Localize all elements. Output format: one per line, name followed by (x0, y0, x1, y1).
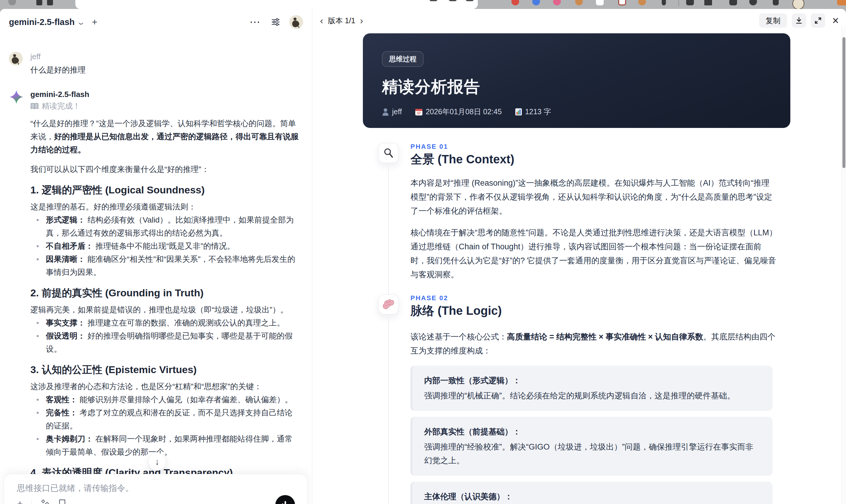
extension-icon[interactable] (638, 0, 646, 5)
profile-icon[interactable] (749, 0, 757, 5)
assistant-message: gemini-2.5-flash 精读完成！ “什么是好的推理？”这是一个涉及逻… (9, 90, 300, 504)
book-icon (30, 103, 39, 110)
report-title: 精读分析报告 (382, 77, 771, 96)
magnifier-icon (378, 143, 399, 163)
report-hero-card: 思维过程 精读分析报告 jeff 17 (363, 33, 790, 128)
scrollbar-track[interactable] (841, 27, 846, 504)
brain-icon (378, 294, 399, 314)
list-item: 客观性： 能够识别并尽量排除个人偏见（如幸存者偏差、确认偏差）。 (46, 393, 300, 406)
extension-icon[interactable] (596, 0, 604, 5)
avatar-icon[interactable] (792, 0, 804, 9)
bar-chart-icon (515, 108, 522, 116)
intro-paragraph: “什么是好的推理？”这是一个涉及逻辑学、认知科学和哲学核心的问题。简单来说，好的… (30, 117, 300, 156)
version-navigator: ‹ 版本 1/1 › (320, 16, 363, 25)
svg-text:17: 17 (417, 111, 421, 115)
gemini-star-icon (9, 90, 24, 104)
scroll-to-bottom-button[interactable]: ↓ (148, 453, 166, 471)
version-prev-button[interactable]: ‹ (320, 16, 323, 25)
list-item: 假设透明： 好的推理会明确指明哪些是已知事实，哪些是基于可能的假设。 (46, 329, 300, 356)
report-content: 思维过程 精读分析报告 jeff 17 (312, 33, 839, 504)
composer-placeholder: 思维接口已就绪，请传输指令。 (17, 483, 134, 494)
more-options-button[interactable]: ⋯ (249, 16, 261, 28)
model-selector[interactable]: gemini-2.5-flash (9, 17, 75, 27)
bookmark-star-icon[interactable] (466, 0, 474, 1)
report-panel: ‹ 版本 1/1 › 复制 × (312, 9, 846, 504)
phase-title: 全景 (The Context) (410, 151, 777, 167)
mic-icon[interactable] (449, 0, 457, 1)
section-heading: 1. 逻辑的严密性 (Logical Soundness) (30, 183, 300, 197)
close-panel-button[interactable]: × (832, 14, 839, 27)
phase-2: PHASE 02 脉络 (The Logic) 该论述基于一个核心公式：高质量结… (378, 294, 777, 504)
calendar-icon: 17 (415, 108, 423, 116)
phase-paragraph: 本内容是对“推理 (Reasoning)”这一抽象概念的高层建模。在知识爆炸与人… (410, 176, 777, 218)
assistant-answer: “什么是好的推理？”这是一个涉及逻辑学、认知科学和哲学核心的问题。简单来说，好的… (30, 117, 300, 504)
phase-kicker: PHASE 02 (410, 294, 777, 302)
chat-panel: gemini-2.5-flash ⌄ + ⋯ (0, 9, 312, 504)
version-label: 版本 1/1 (328, 16, 355, 25)
extension-icon[interactable] (618, 0, 626, 5)
voice-input-button[interactable] (275, 495, 295, 504)
meta-date: 17 2026年01月08日 02:45 (415, 107, 502, 116)
download-button[interactable] (792, 13, 806, 28)
list-item: 不自相矛盾： 推理链条中不能出现“既是又非”的情况。 (46, 239, 300, 253)
extension-icon[interactable] (837, 0, 846, 5)
user-avatar[interactable] (289, 15, 303, 29)
list-item: 事实支撑： 推理建立在可靠的数据、准确的观测或公认的真理之上。 (46, 316, 300, 329)
report-meta: jeff 17 2026年01月08日 02:45 (382, 107, 771, 116)
extension-icon[interactable] (575, 0, 583, 5)
pin-icon[interactable] (662, 0, 666, 5)
extension-icon[interactable] (553, 0, 561, 5)
section-intro: 逻辑再完美，如果前提是错误的，推理也是垃圾（即“垃圾进，垃圾出”）。 (30, 303, 300, 316)
composer[interactable]: 思维接口已就绪，请传输指令。 + (4, 474, 308, 504)
address-bar[interactable] (75, 0, 478, 9)
report-panel-header: ‹ 版本 1/1 › 复制 × (312, 9, 839, 32)
meta-author: jeff (382, 107, 402, 116)
person-icon (382, 108, 389, 116)
hero-badge: 思维过程 (382, 51, 424, 67)
list-item: 形式逻辑： 结构必须有效（Valid）。比如演绎推理中，如果前提全部为真，那么通… (46, 213, 300, 239)
downloads-icon[interactable] (729, 0, 737, 5)
expand-button[interactable] (811, 13, 825, 28)
section-intro: 这是推理的基石。好的推理必须遵循逻辑法则： (30, 200, 300, 213)
assistant-name: gemini-2.5-flash (30, 90, 300, 100)
assistant-status: 精读完成！ (30, 101, 300, 112)
user-name: jeff (30, 52, 300, 61)
chevron-down-icon[interactable]: ⌄ (76, 18, 85, 27)
browser-toolbar (0, 0, 846, 9)
phase-formula-paragraph: 该论述基于一个核心公式：高质量结论 = 结构完整性 × 事实准确性 × 认知自律… (410, 330, 777, 358)
meta-word-count: 1213 字 (515, 107, 551, 116)
chat-scroll-area[interactable]: jeff 什么是好的推理 (0, 9, 312, 504)
extension-icon[interactable] (511, 0, 519, 5)
dimension-cards: 内部一致性（形式逻辑）： 强调推理的“机械正确”。结论必须在给定的规则系统内逻辑… (410, 366, 773, 504)
section-heading: 3. 认知的公正性 (Epistemic Virtues) (30, 363, 300, 376)
phase-paragraph: 核心情境在于解决“思考的随意性”问题。不论是人类通过批判性思维进行决策，还是大语… (410, 226, 777, 282)
reader-icon[interactable] (429, 0, 437, 1)
lead-paragraph: 我们可以从以下四个维度来衡量什么是“好的推理”： (30, 163, 300, 176)
dimension-card-2: 外部真实性（前提基础）： 强调推理的“经验校准”。解决“GIGO（垃圾进，垃圾出… (410, 417, 773, 476)
sidebar-toggle-icon[interactable] (704, 0, 712, 5)
toolbar-button-fragment[interactable] (8, 0, 16, 5)
dimension-card-1: 内部一致性（形式逻辑）： 强调推理的“机械正确”。结论必须在给定的规则系统内逻辑… (410, 366, 773, 411)
chat-header: gemini-2.5-flash ⌄ + ⋯ (0, 9, 312, 35)
list-item: 完备性： 考虑了对立的观点和潜在的反证，而不是只选择支持自己结论的证据。 (46, 406, 300, 432)
extension-icon[interactable] (532, 0, 540, 5)
user-message: jeff 什么是好的推理 (9, 52, 300, 76)
bookmark-icon[interactable] (58, 499, 66, 504)
phase-timeline: PHASE 01 全景 (The Context) 本内容是对“推理 (Reas… (378, 143, 777, 504)
scrollbar-thumb[interactable] (842, 37, 845, 168)
attach-button[interactable]: + (17, 499, 23, 504)
toolbar-button-fragment[interactable] (36, 0, 42, 5)
tab-overview-icon[interactable] (773, 0, 779, 5)
toolbar-button-fragment[interactable] (686, 0, 694, 5)
new-chat-button[interactable]: + (92, 17, 98, 28)
phase-kicker: PHASE 01 (410, 143, 777, 150)
toolbar-button-fragment[interactable] (47, 0, 53, 5)
phase-title: 脉络 (The Logic) (410, 303, 777, 319)
settings-sliders-icon[interactable] (271, 17, 280, 27)
dimension-card-3: 主体伦理（认识美德）： 转向推理者的心理特征。引入奥卡姆剃刀和反向论证，旨在克服… (410, 482, 773, 504)
skills-diamonds-icon[interactable] (40, 499, 50, 504)
phase-1: PHASE 01 全景 (The Context) 本内容是对“推理 (Reas… (378, 143, 777, 294)
jeff-avatar (9, 52, 23, 66)
copy-button[interactable]: 复制 (759, 13, 787, 28)
version-next-button[interactable]: › (360, 16, 363, 25)
